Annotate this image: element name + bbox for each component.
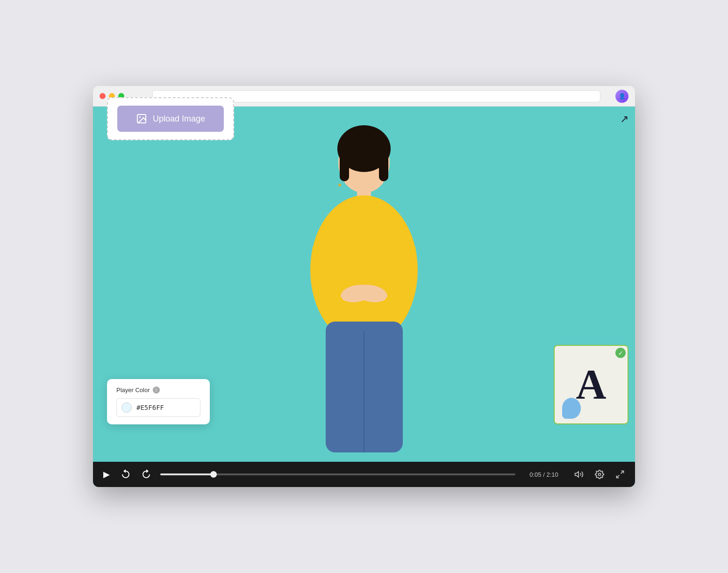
volume-icon [574,470,584,479]
player-color-popup: Player Color i #E5F6FF [107,379,210,424]
rewind-button[interactable] [119,467,132,482]
progress-track[interactable] [160,473,515,475]
thumbnail-letter: A [576,364,607,406]
progress-thumb[interactable] [210,471,217,478]
forward-icon [142,469,151,480]
svg-point-13 [338,184,341,186]
upload-image-button[interactable]: Upload Image [117,106,224,132]
settings-button[interactable] [593,468,606,481]
browser-content: Upload Image ↗ [93,107,635,487]
svg-line-17 [617,475,620,478]
avatar[interactable]: 👤 [615,90,628,103]
video-controls: ▶ [93,462,635,487]
settings-icon [595,470,604,479]
fullscreen-button[interactable] [614,468,627,481]
upload-image-label: Upload Image [153,114,205,124]
color-swatch[interactable] [121,402,132,413]
svg-line-16 [621,471,624,474]
player-color-label: Player Color i [116,387,200,394]
svg-point-1 [139,116,141,118]
upload-image-overlay: Upload Image [107,97,234,140]
fullscreen-icon [615,470,625,479]
forward-button[interactable] [140,467,153,482]
color-input-row[interactable]: #E5F6FF [116,398,200,417]
cursor-arrow: ↗ [620,113,628,125]
video-area: ↗ [93,107,635,487]
color-hex-value: #E5F6FF [136,404,164,411]
progress-fill [160,473,214,475]
thumbnail-check: ✓ [615,348,626,358]
svg-marker-14 [575,472,579,477]
info-icon[interactable]: i [153,387,160,394]
time-display: 0:05 / 2:10 [523,471,565,478]
image-icon [136,113,147,124]
play-icon: ▶ [103,469,110,480]
player-color-text: Player Color [116,387,150,394]
volume-button[interactable] [572,468,585,481]
svg-rect-4 [340,144,349,181]
rewind-icon [121,469,130,480]
svg-point-15 [599,473,601,476]
video-background: ↗ [93,107,635,462]
thumbnail-inner: A [555,346,628,423]
close-button[interactable] [100,93,106,99]
svg-rect-5 [379,144,388,181]
play-button[interactable]: ▶ [101,467,112,481]
person-svg [271,116,457,452]
person-figure [271,116,457,452]
thumbnail-card[interactable]: ✓ A [554,345,628,424]
browser-window: 👤 Upload Image ↗ [93,86,635,487]
